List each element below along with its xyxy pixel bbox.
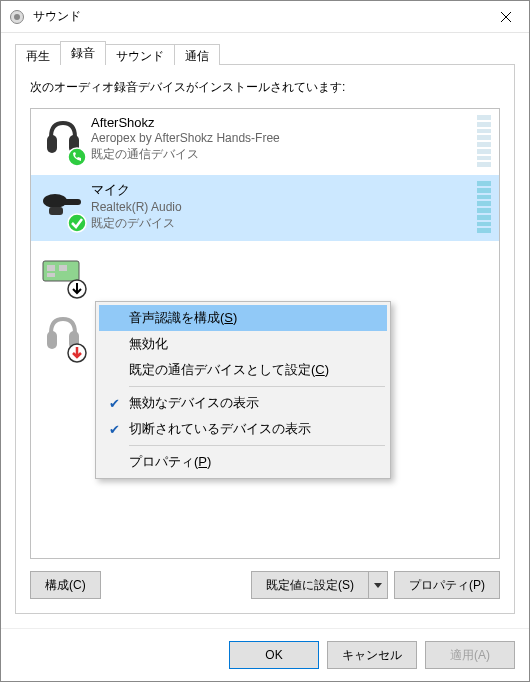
- check-icon: ✔: [105, 394, 123, 412]
- menu-item-set-default-comm[interactable]: 既定の通信デバイスとして設定(C): [99, 357, 387, 383]
- menu-label: 音声認識を構成(S): [129, 309, 237, 327]
- tab-sounds[interactable]: サウンド: [105, 44, 175, 65]
- tab-strip: 再生 録音 サウンド 通信: [15, 41, 515, 65]
- device-icon: [39, 115, 87, 167]
- menu-item-show-disabled[interactable]: ✔ 無効なデバイスの表示: [99, 390, 387, 416]
- panel-description: 次のオーディオ録音デバイスがインストールされています:: [30, 79, 500, 96]
- ok-button[interactable]: OK: [229, 641, 319, 669]
- device-status: 既定の通信デバイス: [91, 146, 471, 163]
- device-item[interactable]: [31, 241, 499, 305]
- device-name: マイク: [91, 181, 471, 199]
- window-title: サウンド: [33, 8, 483, 25]
- close-button[interactable]: [483, 1, 529, 33]
- down-arrow-red-icon: [67, 343, 87, 363]
- down-arrow-icon: [67, 279, 87, 299]
- device-context-menu: 音声認識を構成(S) 無効化 既定の通信デバイスとして設定(C) ✔ 無効なデバ…: [95, 301, 391, 479]
- svg-rect-12: [47, 265, 55, 271]
- svg-rect-8: [61, 199, 81, 205]
- svg-point-6: [68, 148, 86, 166]
- svg-rect-14: [47, 273, 55, 277]
- device-item[interactable]: マイク Realtek(R) Audio 既定のデバイス: [31, 175, 499, 241]
- sound-dialog: サウンド 再生 録音 サウンド 通信 次のオーディオ録音デバイスがインストールさ…: [0, 0, 530, 682]
- device-name: AfterShokz: [91, 115, 471, 130]
- device-icon: [39, 247, 87, 299]
- panel-button-row: 構成(C) 既定値に設定(S) プロパティ(P): [30, 571, 500, 599]
- menu-label: 無効化: [129, 335, 168, 353]
- menu-label: プロパティ(P): [129, 453, 211, 471]
- menu-item-configure-speech[interactable]: 音声認識を構成(S): [99, 305, 387, 331]
- svg-rect-9: [49, 207, 63, 215]
- check-icon: ✔: [105, 420, 123, 438]
- tab-communications[interactable]: 通信: [174, 44, 220, 65]
- badge-check-icon: [67, 213, 87, 233]
- cancel-button[interactable]: キャンセル: [327, 641, 417, 669]
- apply-button[interactable]: 適用(A): [425, 641, 515, 669]
- menu-separator: [129, 445, 385, 446]
- properties-button[interactable]: プロパティ(P): [394, 571, 500, 599]
- set-default-dropdown[interactable]: [368, 571, 388, 599]
- svg-rect-16: [47, 331, 57, 349]
- set-default-split-button: 既定値に設定(S): [251, 571, 388, 599]
- device-status: 既定のデバイス: [91, 215, 471, 232]
- dialog-content: 再生 録音 サウンド 通信 次のオーディオ録音デバイスがインストールされています…: [1, 33, 529, 628]
- svg-rect-4: [47, 135, 57, 153]
- device-text: AfterShokz Aeropex by AfterShokz Hands-F…: [87, 115, 471, 163]
- app-icon: [9, 9, 25, 25]
- svg-point-10: [68, 214, 86, 232]
- menu-separator: [129, 386, 385, 387]
- device-desc: Realtek(R) Audio: [91, 200, 471, 214]
- menu-item-show-disconnected[interactable]: ✔ 切断されているデバイスの表示: [99, 416, 387, 442]
- menu-item-properties[interactable]: プロパティ(P): [99, 449, 387, 475]
- tab-playback[interactable]: 再生: [15, 44, 61, 65]
- tab-recording[interactable]: 録音: [60, 41, 106, 65]
- device-desc: Aeropex by AfterShokz Hands-Free: [91, 131, 471, 145]
- device-icon: [39, 311, 87, 363]
- svg-point-1: [14, 14, 20, 20]
- level-meter: [477, 115, 491, 167]
- set-default-button[interactable]: 既定値に設定(S): [251, 571, 368, 599]
- dialog-footer: OK キャンセル 適用(A): [1, 628, 529, 681]
- menu-label: 切断されているデバイスの表示: [129, 420, 311, 438]
- configure-button[interactable]: 構成(C): [30, 571, 101, 599]
- titlebar: サウンド: [1, 1, 529, 33]
- level-meter: [477, 181, 491, 233]
- device-item[interactable]: AfterShokz Aeropex by AfterShokz Hands-F…: [31, 109, 499, 175]
- device-text: マイク Realtek(R) Audio 既定のデバイス: [87, 181, 471, 232]
- device-icon: [39, 181, 87, 233]
- menu-item-disable[interactable]: 無効化: [99, 331, 387, 357]
- menu-label: 無効なデバイスの表示: [129, 394, 259, 412]
- menu-label: 既定の通信デバイスとして設定(C): [129, 361, 329, 379]
- svg-rect-13: [59, 265, 67, 271]
- badge-phone-icon: [67, 147, 87, 167]
